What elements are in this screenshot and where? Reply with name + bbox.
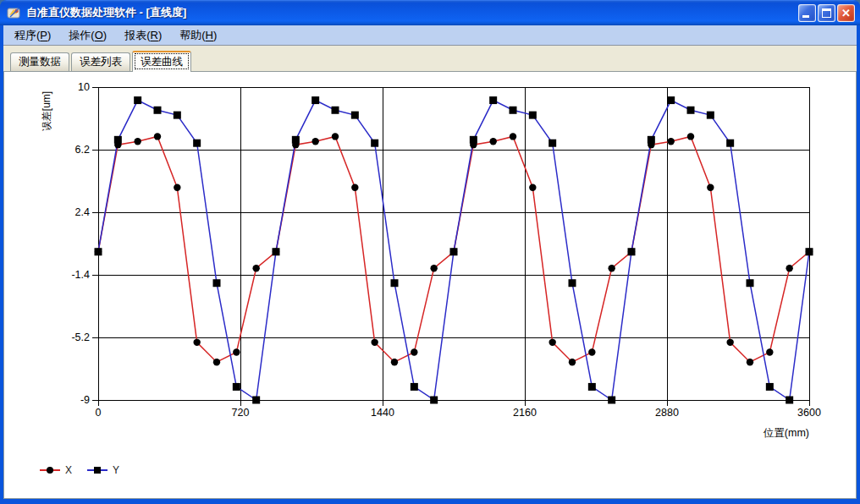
window-title: 自准直仪数据处理软件 - [直线度] — [26, 5, 798, 20]
legend-label-x: X — [65, 464, 72, 476]
app-icon — [7, 5, 22, 20]
app-window: 自准直仪数据处理软件 - [直线度] ✕ 程序(P) 操作(O) 报表(R) 帮… — [0, 0, 860, 504]
svg-text:2160: 2160 — [513, 407, 537, 419]
square-marker-icon — [94, 467, 101, 474]
error-curve-chart: 106.22.4-1.4-5.2-907201440216028803600 — [4, 72, 856, 495]
svg-text:-1.4: -1.4 — [71, 269, 90, 281]
menu-bar: 程序(P) 操作(O) 报表(R) 帮助(H) — [3, 25, 857, 46]
svg-text:2880: 2880 — [655, 407, 679, 419]
legend-item-y: Y — [87, 464, 119, 476]
error-curve-page: 106.22.4-1.4-5.2-907201440216028803600 误… — [3, 71, 857, 499]
chart-legend: X Y — [40, 464, 119, 476]
minimize-button[interactable] — [798, 4, 816, 22]
svg-text:-9: -9 — [80, 394, 90, 406]
svg-text:2.4: 2.4 — [75, 206, 90, 218]
minimize-icon — [802, 15, 809, 18]
tab-error-curve[interactable]: 误差曲线 — [132, 51, 191, 72]
circle-marker-icon — [47, 467, 53, 474]
tab-error-list[interactable]: 误差列表 — [71, 52, 130, 71]
legend-item-x: X — [40, 464, 72, 476]
svg-text:1440: 1440 — [371, 407, 394, 419]
legend-label-y: Y — [113, 464, 119, 476]
title-bar: 自准直仪数据处理软件 - [直线度] ✕ — [0, 0, 860, 25]
close-icon: ✕ — [838, 5, 854, 21]
maximize-icon — [822, 8, 831, 18]
menu-operation[interactable]: 操作(O) — [69, 28, 107, 43]
series-x-swatch — [40, 467, 60, 474]
svg-text:6.2: 6.2 — [75, 144, 90, 156]
svg-text:10: 10 — [78, 81, 90, 93]
x-axis-title: 位置(mm) — [764, 426, 809, 441]
tab-measure-data[interactable]: 测量数据 — [10, 52, 69, 71]
svg-text:0: 0 — [96, 407, 102, 419]
svg-text:-5.2: -5.2 — [71, 331, 90, 343]
menu-help[interactable]: 帮助(H) — [179, 28, 217, 43]
series-y-swatch — [87, 467, 108, 474]
maximize-button[interactable] — [818, 4, 835, 22]
svg-text:720: 720 — [232, 407, 250, 419]
svg-text:3600: 3600 — [797, 407, 821, 419]
menu-program[interactable]: 程序(P) — [14, 28, 51, 43]
tab-strip: 测量数据 误差列表 误差曲线 — [3, 46, 857, 71]
close-button[interactable]: ✕ — [837, 4, 855, 22]
y-axis-title: 误差[um] — [40, 73, 52, 151]
menu-report[interactable]: 报表(R) — [124, 28, 162, 43]
